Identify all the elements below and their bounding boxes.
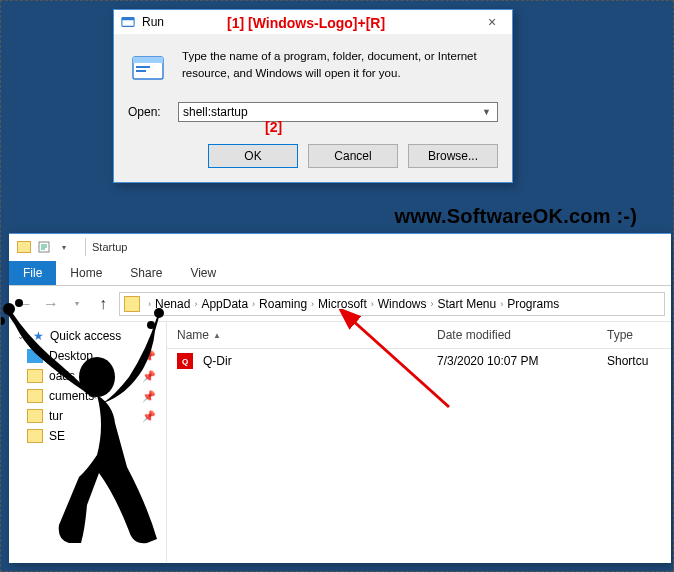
quick-access-toolbar: ▾ [9, 238, 79, 256]
sidebar-item[interactable]: SE [9, 426, 166, 446]
chevron-down-icon[interactable]: ▼ [480, 107, 493, 117]
tab-home[interactable]: Home [56, 261, 116, 285]
sidebar-label: Quick access [50, 329, 121, 343]
sidebar-quick-access[interactable]: ⌄ ★ Quick access [9, 326, 166, 346]
tab-view[interactable]: View [176, 261, 230, 285]
watermark-text: www.SoftwareOK.com :-) [394, 205, 637, 228]
chevron-down-icon: ⌄ [17, 331, 25, 341]
open-value: shell:startup [183, 105, 480, 119]
tab-file[interactable]: File [9, 261, 56, 285]
cell-date: 7/3/2020 10:07 PM [427, 350, 597, 372]
svg-rect-3 [133, 57, 163, 63]
cell-type: Shortcu [597, 350, 671, 372]
star-icon: ★ [33, 329, 44, 343]
sidebar-item-label: tur [49, 409, 63, 423]
chevron-right-icon: › [311, 299, 314, 309]
pin-icon: 📌 [142, 350, 156, 363]
run-dialog: Run × Type the name of a program, folder… [113, 9, 513, 183]
column-date[interactable]: Date modified [427, 322, 597, 348]
pin-icon: 📌 [142, 390, 156, 403]
tab-share[interactable]: Share [116, 261, 176, 285]
breadcrumb-seg[interactable]: Roaming [259, 297, 307, 311]
run-icon [120, 14, 136, 30]
breadcrumb-seg[interactable]: AppData [201, 297, 248, 311]
open-combobox[interactable]: shell:startup ▼ [178, 102, 498, 122]
folder-icon[interactable] [15, 238, 33, 256]
properties-icon[interactable] [35, 238, 53, 256]
chevron-right-icon: › [148, 299, 151, 309]
folder-icon [27, 369, 43, 383]
explorer-title: Startup [92, 241, 127, 253]
sidebar-item-label: SE [49, 429, 65, 443]
run-body: Type the name of a program, folder, docu… [114, 34, 512, 94]
chevron-right-icon: › [430, 299, 433, 309]
explorer-titlebar: ▾ Startup [9, 234, 671, 260]
chevron-right-icon: › [252, 299, 255, 309]
qdir-icon: Q [177, 353, 193, 369]
table-row[interactable]: QQ-Dir 7/3/2020 10:07 PM Shortcu [167, 349, 671, 373]
column-type[interactable]: Type [597, 322, 671, 348]
run-title: Run [142, 15, 478, 29]
explorer-body: ⌄ ★ Quick access Desktop 📌 oads 📌 cument… [9, 322, 671, 562]
folder-icon [27, 409, 43, 423]
run-body-icon [128, 48, 168, 88]
column-name[interactable]: Name ▲ [167, 322, 427, 348]
sidebar-item-label: Desktop [49, 349, 93, 363]
column-label: Name [177, 328, 209, 342]
run-button-row: OK Cancel Browse... [114, 134, 512, 182]
explorer-sidebar: ⌄ ★ Quick access Desktop 📌 oads 📌 cument… [9, 322, 167, 562]
svg-rect-1 [122, 18, 134, 21]
separator [85, 238, 86, 256]
chevron-right-icon: › [371, 299, 374, 309]
sidebar-item-label: oads [49, 369, 75, 383]
breadcrumb-seg[interactable]: Programs [507, 297, 559, 311]
nav-history-icon[interactable]: ▾ [67, 294, 87, 314]
explorer-window: ▾ Startup File Home Share View ← → ▾ ↑ ›… [9, 233, 671, 563]
breadcrumb[interactable]: › Nenad › AppData › Roaming › Microsoft … [119, 292, 665, 316]
file-name: Q-Dir [203, 354, 232, 368]
browse-button[interactable]: Browse... [408, 144, 498, 168]
up-icon[interactable]: ↑ [93, 294, 113, 314]
file-list: Name ▲ Date modified Type QQ-Dir 7/3/202… [167, 322, 671, 562]
back-icon[interactable]: ← [15, 294, 35, 314]
cancel-button[interactable]: Cancel [308, 144, 398, 168]
chevron-right-icon: › [500, 299, 503, 309]
open-label: Open: [128, 105, 168, 119]
sort-asc-icon: ▲ [213, 331, 221, 340]
breadcrumb-seg[interactable]: Start Menu [437, 297, 496, 311]
folder-icon [27, 389, 43, 403]
list-header: Name ▲ Date modified Type [167, 322, 671, 349]
pin-icon: 📌 [142, 410, 156, 423]
run-titlebar: Run × [114, 10, 512, 34]
sidebar-item-desktop[interactable]: Desktop 📌 [9, 346, 166, 366]
breadcrumb-seg[interactable]: Microsoft [318, 297, 367, 311]
ok-button[interactable]: OK [208, 144, 298, 168]
ribbon-tabs: File Home Share View [9, 260, 671, 286]
svg-point-11 [0, 317, 5, 325]
sidebar-item[interactable]: oads 📌 [9, 366, 166, 386]
sidebar-item-label: cuments [49, 389, 94, 403]
svg-rect-4 [136, 66, 150, 68]
close-icon[interactable]: × [478, 14, 506, 30]
sidebar-item[interactable]: cuments 📌 [9, 386, 166, 406]
breadcrumb-seg[interactable]: Nenad [155, 297, 190, 311]
run-open-row: Open: shell:startup ▼ [114, 94, 512, 134]
qat-dropdown-icon[interactable]: ▾ [55, 238, 73, 256]
folder-icon [124, 296, 140, 312]
cell-name: QQ-Dir [167, 349, 427, 373]
forward-icon[interactable]: → [41, 294, 61, 314]
chevron-right-icon: › [194, 299, 197, 309]
folder-icon [27, 429, 43, 443]
pin-icon: 📌 [142, 370, 156, 383]
run-description: Type the name of a program, folder, docu… [182, 48, 498, 88]
svg-rect-5 [136, 70, 146, 72]
explorer-navbar: ← → ▾ ↑ › Nenad › AppData › Roaming › Mi… [9, 286, 671, 322]
desktop-icon [27, 349, 43, 363]
sidebar-item[interactable]: tur 📌 [9, 406, 166, 426]
breadcrumb-seg[interactable]: Windows [378, 297, 427, 311]
